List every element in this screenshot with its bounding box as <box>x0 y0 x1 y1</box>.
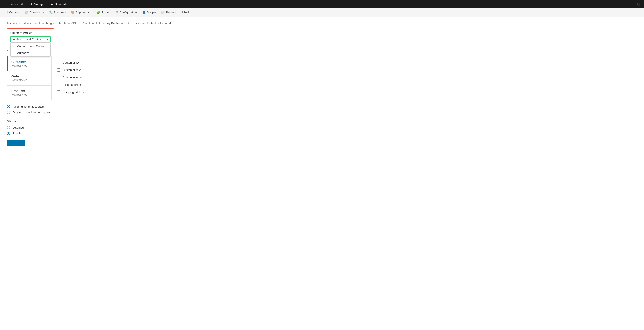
checkmark-icon: ✓ <box>13 45 16 48</box>
checkbox-customer-email[interactable] <box>57 76 60 79</box>
nav-item-reports[interactable]: 📊 Reports <box>158 8 179 17</box>
shortcuts-icon: ★ <box>50 2 54 6</box>
popup-option-label-2: Authorize <box>17 51 30 55</box>
main-nav: 📄 Content 🛒 Commerce 🔧 Structure 🎨 Appea… <box>0 8 644 17</box>
nav-item-commerce[interactable]: 🛒 Commerce <box>22 8 46 17</box>
reports-label: Reports <box>166 11 176 14</box>
checkbox-label-customer-role: Customer role <box>62 68 81 72</box>
extend-icon: 🧩 <box>96 11 100 14</box>
radio-label-enabled: Enabled <box>12 132 23 135</box>
help-icon: ? <box>182 11 183 14</box>
radio-label-one-pass: Only one condition must pass <box>12 111 51 114</box>
sidebar-toggle-button[interactable]: ⊟ <box>635 2 642 6</box>
save-button[interactable] <box>7 140 24 146</box>
status-section: Status Disabled Enabled <box>7 120 637 135</box>
checkbox-label-billing-address: Billing address <box>62 83 82 86</box>
nav-item-configuration[interactable]: ⚙ Configuration <box>113 8 139 17</box>
radio-label-all-pass: All conditions must pass <box>12 105 44 108</box>
checkbox-customer-role[interactable] <box>57 68 60 72</box>
checkbox-shipping-address[interactable] <box>57 90 60 94</box>
products-tab-subtitle: Not restricted <box>12 93 47 96</box>
structure-icon: 🔧 <box>49 11 52 14</box>
info-text: The key id and key secret can be generat… <box>7 21 637 25</box>
conditions-right-panel: Customer ID Customer role Customer email… <box>52 56 637 100</box>
no-check-icon <box>13 52 16 55</box>
admin-toolbar: ← Back to site ≡ Manage ★ Shortcuts ⊟ <box>0 0 644 8</box>
help-label: Help <box>184 11 190 14</box>
structure-label: Structure <box>54 11 66 14</box>
page-content: The key id and key secret can be generat… <box>0 17 644 151</box>
payment-action-popup: ✓ Authorize and Capture Authorize <box>10 42 50 57</box>
people-label: People <box>147 11 156 14</box>
condition-tab-products[interactable]: Products Not restricted <box>7 86 52 100</box>
payment-action-select[interactable]: Authorize and Capture Authorize <box>10 36 50 43</box>
nav-item-structure[interactable]: 🔧 Structure <box>46 8 68 17</box>
condition-logic-group: All conditions must pass Only one condit… <box>7 105 637 114</box>
order-tab-subtitle: Not restricted <box>12 79 47 82</box>
conditions-label: Conditions <box>7 50 637 53</box>
payment-action-section: Payment Action Authorize and Capture Aut… <box>7 28 54 45</box>
status-title: Status <box>7 120 637 123</box>
nav-item-extend[interactable]: 🧩 Extend <box>94 8 113 17</box>
reports-icon: 📊 <box>161 11 165 14</box>
radio-row-one-pass: Only one condition must pass <box>7 111 637 114</box>
back-to-site-button[interactable]: ← Back to site <box>2 0 28 8</box>
configuration-label: Configuration <box>120 11 137 14</box>
checkbox-customer-id[interactable] <box>57 61 60 64</box>
nav-item-content[interactable]: 📄 Content <box>2 8 22 17</box>
popup-option-authorize-capture[interactable]: ✓ Authorize and Capture <box>10 43 50 50</box>
checkbox-row-customer-id: Customer ID <box>57 61 632 64</box>
customer-tab-subtitle: Not restricted <box>12 64 47 67</box>
manage-label: Manage <box>34 2 44 6</box>
back-to-site-label: Back to site <box>10 2 24 6</box>
popup-option-label-1: Authorize and Capture <box>17 44 46 48</box>
manage-icon: ≡ <box>31 2 32 6</box>
commerce-icon: 🛒 <box>25 11 28 14</box>
radio-status-disabled[interactable] <box>7 126 10 129</box>
radio-all-conditions-pass[interactable] <box>7 105 10 108</box>
manage-button[interactable]: ≡ Manage <box>28 0 48 8</box>
customer-tab-title: Customer <box>12 60 47 64</box>
checkbox-billing-address[interactable] <box>57 83 60 86</box>
nav-item-appearance[interactable]: 🎨 Appearance <box>68 8 94 17</box>
payment-action-label: Payment Action <box>10 31 50 34</box>
checkbox-row-shipping-address: Shipping address <box>57 90 632 94</box>
nav-item-help[interactable]: ? Help <box>179 8 193 17</box>
people-icon: 👤 <box>142 11 146 14</box>
products-tab-title: Products <box>12 89 47 93</box>
checkbox-row-customer-role: Customer role <box>57 68 632 72</box>
checkbox-row-billing-address: Billing address <box>57 83 632 86</box>
conditions-container: Customer Not restricted Order Not restri… <box>7 56 637 100</box>
payment-action-dropdown-wrapper: Authorize and Capture Authorize ▼ ✓ Auth… <box>10 36 50 43</box>
configuration-icon: ⚙ <box>116 11 118 14</box>
content-label: Content <box>9 11 20 14</box>
radio-row-all-pass: All conditions must pass <box>7 105 637 108</box>
condition-tab-customer[interactable]: Customer Not restricted <box>7 56 52 71</box>
shortcuts-button[interactable]: ★ Shortcuts <box>48 0 70 8</box>
checkbox-row-customer-email: Customer email <box>57 76 632 79</box>
extend-label: Extend <box>101 11 110 14</box>
conditions-left-panel: Customer Not restricted Order Not restri… <box>7 56 52 100</box>
radio-label-disabled: Disabled <box>12 126 24 129</box>
nav-item-people[interactable]: 👤 People <box>140 8 158 17</box>
condition-tab-order[interactable]: Order Not restricted <box>7 71 52 86</box>
radio-row-disabled: Disabled <box>7 126 637 129</box>
radio-row-enabled: Enabled <box>7 132 637 135</box>
back-arrow-icon: ← <box>5 2 8 6</box>
commerce-label: Commerce <box>30 11 44 14</box>
appearance-label: Appearance <box>76 11 91 14</box>
order-tab-title: Order <box>12 75 47 78</box>
radio-status-enabled[interactable] <box>7 132 10 135</box>
appearance-icon: 🎨 <box>71 11 74 14</box>
shortcuts-label: Shortcuts <box>55 2 67 6</box>
checkbox-label-shipping-address: Shipping address <box>62 90 85 94</box>
checkbox-label-customer-id: Customer ID <box>62 61 79 64</box>
content-icon: 📄 <box>4 11 8 14</box>
radio-one-condition-pass[interactable] <box>7 111 10 114</box>
popup-option-authorize[interactable]: Authorize <box>10 50 50 56</box>
checkbox-label-customer-email: Customer email <box>62 76 83 79</box>
